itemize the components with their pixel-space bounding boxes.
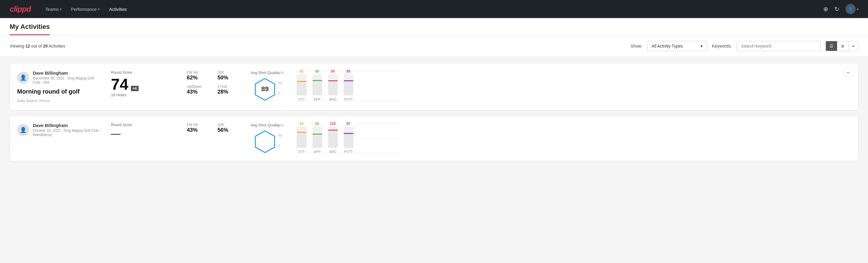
avatar: 👤 <box>845 4 856 14</box>
svg-text:89: 89 <box>261 85 269 93</box>
avatar-chevron: ▾ <box>857 7 858 11</box>
user-name: Dave Billingham <box>33 70 101 76</box>
hexagon: 89 <box>253 77 277 101</box>
nav-teams[interactable]: Teams ▾ <box>45 4 61 14</box>
stats-grid: FW Hit 62% GIR 50% Up/Down 43% 1 Putt 28… <box>187 70 241 95</box>
activity-card-2: 👤 Dave Billingham October 16, 2021 · Gog… <box>10 115 858 161</box>
add-icon[interactable]: ⊕ <box>823 5 828 12</box>
putt-value: 89 <box>346 69 350 74</box>
shot-quality-section-2: Avg Shot Quality 100 50 0 <box>251 123 401 154</box>
nav-right: ⊕ ↻ 👤 ▾ <box>823 4 858 14</box>
chart-col-app: 90 APP <box>312 69 322 101</box>
nav-performance-label: Performance <box>71 7 97 12</box>
user-name-2: Dave Billingham <box>33 123 101 128</box>
fw-hit-stat-2: FW Hit 43% <box>187 123 210 133</box>
svg-marker-2 <box>255 131 275 152</box>
content-area: ✏ 👤 Dave Billingham December 05, 2021 · … <box>0 57 868 167</box>
user-info: 👤 Dave Billingham December 05, 2021 · Go… <box>17 70 101 85</box>
app-bar-2 <box>312 127 322 148</box>
app-value: 90 <box>315 69 319 74</box>
gir-value: 50% <box>217 75 241 81</box>
stats-grid-2: FW Hit 43% GIR 56% <box>187 123 241 133</box>
nav-performance-chevron: ▾ <box>98 7 99 11</box>
score-big: 74 +4 <box>111 77 177 92</box>
arg-bar-2 <box>328 127 338 148</box>
data-source: Data Source: Arccos <box>17 99 101 103</box>
nav-activities-label: Activities <box>109 7 127 12</box>
viewing-text: Viewing 12 out of 29 Activities <box>10 43 626 49</box>
ott-bar-2 <box>297 127 307 148</box>
score-big-2: — <box>111 129 177 139</box>
viewing-count: 12 <box>26 43 30 49</box>
user-date-2: October 16, 2021 · Gog Magog Golf Club -… <box>33 128 101 137</box>
score-dash: — <box>111 129 121 139</box>
chart-y-axis-2: 100 50 0 <box>279 123 284 147</box>
nav-teams-chevron: ▾ <box>60 7 61 11</box>
putt-value-2: 87 <box>346 122 350 126</box>
sq-label-2: Avg Shot Quality <box>251 123 280 127</box>
arg-value: 89 <box>331 69 335 74</box>
activity-types-value: All Activity Types <box>651 43 683 49</box>
view-toggle-grid[interactable]: ⊕ <box>837 41 848 51</box>
show-label: Show: <box>631 43 643 49</box>
updown-label: Up/Down <box>187 85 210 89</box>
score-badge: +4 <box>131 86 138 91</box>
ott-bar <box>297 74 307 95</box>
avatar: 👤 <box>17 71 29 84</box>
one-putt-stat: 1 Putt 28% <box>217 85 241 95</box>
round-score-section: Round Score 74 +4 18 Holes <box>111 70 177 99</box>
view-toggle-list-wide[interactable]: ≡ <box>848 41 858 51</box>
page-header: My Activities <box>0 18 868 35</box>
viewing-middle: out of <box>30 43 43 49</box>
filter-bar: Viewing 12 out of 29 Activities Show: Al… <box>0 35 868 57</box>
chart-col-app-2: 83 APP <box>312 122 322 153</box>
page-title: My Activities <box>10 23 50 35</box>
ott-value: 85 <box>300 69 304 74</box>
fw-hit-stat: FW Hit 62% <box>187 70 210 81</box>
view-toggle-list-dense[interactable]: ☰ <box>826 41 837 51</box>
edit-button[interactable]: ✏ <box>844 68 853 78</box>
avatar-button[interactable]: 👤 ▾ <box>845 4 858 14</box>
card-left-2: 👤 Dave Billingham October 16, 2021 · Gog… <box>17 123 101 141</box>
bar-chart-2: 100 50 0 94 O <box>287 123 401 153</box>
logo[interactable]: clippd <box>10 4 31 14</box>
updown-value: 43% <box>187 89 210 95</box>
gir-stat: GIR 50% <box>217 70 241 81</box>
one-putt-value: 28% <box>217 89 241 95</box>
view-toggles: ☰ ⊕ ≡ <box>826 41 858 51</box>
user-date: December 05, 2021 · Gog Magog Golf Club … <box>33 76 101 85</box>
score-holes: 18 Holes <box>111 93 177 97</box>
one-putt-label: 1 Putt <box>217 85 241 89</box>
search-input[interactable] <box>737 41 821 51</box>
hexagon-container-2: Avg Shot Quality <box>251 123 280 154</box>
nav-activities[interactable]: Activities <box>109 4 127 14</box>
fw-hit-value-2: 43% <box>187 127 210 133</box>
arg-bar <box>328 74 338 95</box>
keywords-label: Keywords: <box>712 43 732 49</box>
list-dense-icon: ☰ <box>830 43 833 49</box>
chart-col-ott: 85 OTT <box>297 69 307 101</box>
chart-col-arg: 89 ARG <box>328 69 338 101</box>
nav-performance[interactable]: Performance ▾ <box>71 4 99 14</box>
round-score-label: Round Score <box>111 70 177 75</box>
viewing-total: 29 <box>43 43 48 49</box>
chart-col-putt-2: 87 PUTT <box>344 122 353 153</box>
bar-chart: 100 50 0 85 <box>287 71 401 101</box>
round-score-section-2: Round Score — <box>111 123 177 141</box>
refresh-icon[interactable]: ↻ <box>834 5 839 12</box>
activity-types-dropdown[interactable]: All Activity Types ▾ <box>647 41 707 51</box>
putt-bar <box>344 74 353 95</box>
chart-y-axis: 100 50 0 <box>279 71 284 95</box>
grid-icon: ⊕ <box>841 43 844 49</box>
viewing-suffix: Activities <box>48 43 65 49</box>
card-left: 👤 Dave Billingham December 05, 2021 · Go… <box>17 70 101 103</box>
user-details-2: Dave Billingham October 16, 2021 · Gog M… <box>33 123 101 137</box>
nav-teams-label: Teams <box>45 7 59 12</box>
gir-label: GIR <box>217 70 241 75</box>
activity-card: ✏ 👤 Dave Billingham December 05, 2021 · … <box>10 63 858 111</box>
round-score-block-2: — <box>111 129 177 139</box>
fw-hit-label-2: FW Hit <box>187 123 210 127</box>
hexagon-2 <box>253 130 277 154</box>
round-score-label-2: Round Score <box>111 123 177 127</box>
chart-col-ott-2: 94 OTT <box>297 122 307 153</box>
